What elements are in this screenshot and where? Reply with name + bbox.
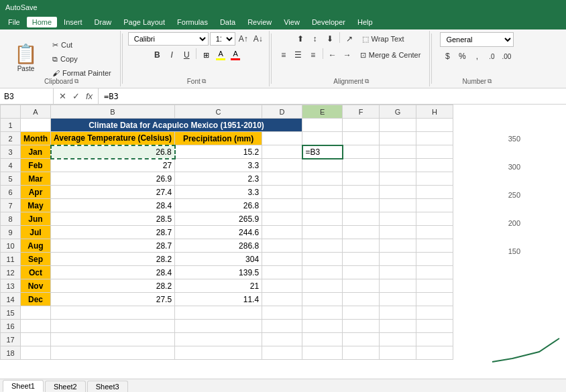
cell-e14[interactable] bbox=[302, 293, 343, 306]
align-expand-icon[interactable]: ⧉ bbox=[365, 78, 369, 85]
cell-g4[interactable] bbox=[380, 159, 416, 172]
align-bottom-button[interactable]: ⬇ bbox=[323, 32, 337, 46]
cell-d5[interactable] bbox=[262, 172, 302, 186]
cell-e4[interactable] bbox=[302, 159, 343, 172]
cell-d13[interactable] bbox=[262, 279, 302, 293]
cell-g8[interactable] bbox=[380, 212, 416, 226]
sheet-tab-2[interactable]: Sheet2 bbox=[45, 381, 86, 392]
increase-font-button[interactable]: A↑ bbox=[237, 32, 250, 46]
cell-c5[interactable]: 2.3 bbox=[175, 172, 262, 186]
cell-e2[interactable] bbox=[302, 132, 343, 145]
cell-a8[interactable]: Jun bbox=[21, 212, 51, 226]
col-header-f[interactable]: F bbox=[343, 105, 380, 119]
menu-item-review[interactable]: Review bbox=[242, 17, 277, 27]
cell-f1[interactable] bbox=[343, 119, 380, 132]
menu-item-help[interactable]: Help bbox=[352, 17, 378, 27]
sheet-tab-1[interactable]: Sheet1 bbox=[3, 380, 44, 392]
cell-b6[interactable]: 27.4 bbox=[51, 186, 175, 199]
cell-d2[interactable] bbox=[262, 132, 302, 145]
cell-c6[interactable]: 3.3 bbox=[175, 186, 262, 199]
cell-g16[interactable] bbox=[380, 320, 416, 333]
cell-h14[interactable] bbox=[416, 293, 453, 306]
row-12-header[interactable]: 12 bbox=[1, 266, 21, 279]
row-13-header[interactable]: 13 bbox=[1, 279, 21, 293]
cell-h11[interactable] bbox=[416, 253, 453, 266]
cell-d18[interactable] bbox=[262, 346, 302, 360]
cell-h7[interactable] bbox=[416, 199, 453, 212]
col-header-b[interactable]: B bbox=[51, 105, 175, 119]
wrap-text-button[interactable]: ⬚ Wrap Text bbox=[357, 33, 409, 46]
border-button[interactable]: ⊞ bbox=[199, 48, 213, 62]
cell-e12[interactable] bbox=[302, 266, 343, 279]
cell-b17[interactable] bbox=[51, 333, 175, 346]
col-header-g[interactable]: G bbox=[380, 105, 416, 119]
cell-e11[interactable] bbox=[302, 253, 343, 266]
cell-a13[interactable]: Nov bbox=[21, 279, 51, 293]
cell-h8[interactable] bbox=[416, 212, 453, 226]
cell-b7[interactable]: 28.4 bbox=[51, 199, 175, 212]
number-expand-icon[interactable]: ⧉ bbox=[488, 78, 492, 85]
cell-f4[interactable] bbox=[343, 159, 380, 172]
menu-item-view[interactable]: View bbox=[278, 17, 305, 27]
cell-b1[interactable]: Climate Data for Acapulco Mexico (1951-2… bbox=[51, 119, 302, 132]
row-15-header[interactable]: 15 bbox=[1, 306, 21, 320]
cell-f15[interactable] bbox=[343, 306, 380, 320]
menu-item-formulas[interactable]: Formulas bbox=[172, 17, 213, 27]
cell-e7[interactable] bbox=[302, 199, 343, 212]
cell-f10[interactable] bbox=[343, 239, 380, 253]
cell-c18[interactable] bbox=[175, 346, 262, 360]
cell-d8[interactable] bbox=[262, 212, 302, 226]
font-color-button[interactable]: A bbox=[229, 48, 242, 62]
cell-g2[interactable] bbox=[380, 132, 416, 145]
insert-function-button[interactable]: fx bbox=[83, 90, 95, 103]
merge-center-button[interactable]: ⊡ Merge & Center bbox=[355, 49, 426, 62]
cell-f6[interactable] bbox=[343, 186, 380, 199]
cell-g9[interactable] bbox=[380, 226, 416, 239]
cancel-formula-button[interactable]: ✕ bbox=[56, 90, 68, 103]
cell-a18[interactable] bbox=[21, 346, 51, 360]
cell-g14[interactable] bbox=[380, 293, 416, 306]
row-8-header[interactable]: 8 bbox=[1, 212, 21, 226]
cell-g12[interactable] bbox=[380, 266, 416, 279]
cell-e18[interactable] bbox=[302, 346, 343, 360]
cell-a9[interactable]: Jul bbox=[21, 226, 51, 239]
cell-b13[interactable]: 28.2 bbox=[51, 279, 175, 293]
col-header-e[interactable]: E bbox=[302, 105, 343, 119]
align-right-button[interactable]: ≡ bbox=[306, 48, 320, 62]
cell-d4[interactable] bbox=[262, 159, 302, 172]
cell-b2[interactable]: Average Temperature (Celsius) bbox=[51, 132, 175, 145]
cell-e15[interactable] bbox=[302, 306, 343, 320]
cell-d3[interactable] bbox=[262, 145, 302, 159]
cell-d7[interactable] bbox=[262, 199, 302, 212]
orientation-button[interactable]: ↗ bbox=[343, 32, 356, 46]
cell-a3[interactable]: Jan bbox=[21, 145, 51, 159]
bold-button[interactable]: B bbox=[150, 48, 164, 62]
cell-c9[interactable]: 244.6 bbox=[175, 226, 262, 239]
cell-d9[interactable] bbox=[262, 226, 302, 239]
cell-a16[interactable] bbox=[21, 320, 51, 333]
cell-f3[interactable] bbox=[343, 145, 380, 159]
row-3-header[interactable]: 3 bbox=[1, 145, 21, 159]
cell-a11[interactable]: Sep bbox=[21, 253, 51, 266]
cell-c12[interactable]: 139.5 bbox=[175, 266, 262, 279]
cell-b10[interactable]: 28.7 bbox=[51, 239, 175, 253]
cell-h12[interactable] bbox=[416, 266, 453, 279]
cell-d17[interactable] bbox=[262, 333, 302, 346]
cell-a17[interactable] bbox=[21, 333, 51, 346]
cell-b11[interactable]: 28.2 bbox=[51, 253, 175, 266]
cell-d14[interactable] bbox=[262, 293, 302, 306]
cell-g6[interactable] bbox=[380, 186, 416, 199]
font-family-select[interactable]: Calibri bbox=[128, 32, 209, 46]
row-18-header[interactable]: 18 bbox=[1, 346, 21, 360]
cell-g13[interactable] bbox=[380, 279, 416, 293]
cell-f17[interactable] bbox=[343, 333, 380, 346]
menu-item-page layout[interactable]: Page Layout bbox=[118, 17, 170, 27]
row-1-header[interactable]: 1 bbox=[1, 119, 21, 132]
cell-a6[interactable]: Apr bbox=[21, 186, 51, 199]
cell-h15[interactable] bbox=[416, 306, 453, 320]
cell-h4[interactable] bbox=[416, 159, 453, 172]
cell-d11[interactable] bbox=[262, 253, 302, 266]
cell-g7[interactable] bbox=[380, 199, 416, 212]
cell-a5[interactable]: Mar bbox=[21, 172, 51, 186]
cell-g18[interactable] bbox=[380, 346, 416, 360]
